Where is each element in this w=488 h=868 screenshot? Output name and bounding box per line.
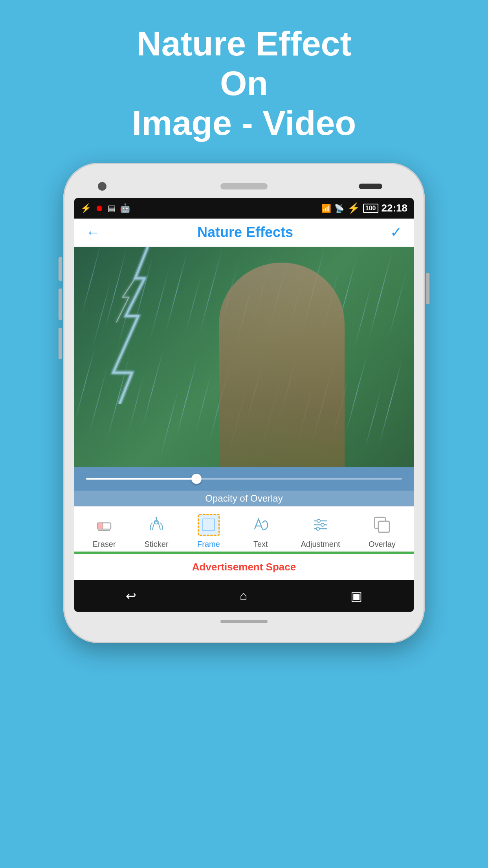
nav-back-button[interactable]: ↩ [126,588,136,603]
adjustment-icon [309,513,332,537]
opacity-label: Opacity of Overlay [74,491,414,506]
text-tool[interactable]: Text [249,513,272,549]
sd-icon: ▤ [108,203,116,213]
header-line1: Nature Effect [136,24,352,63]
status-bar: ⚡ ⏺ ▤ 🤖 📶 📡 ⚡ 100 22:18 [74,198,414,219]
svg-point-10 [321,523,324,526]
phone-body: ⚡ ⏺ ▤ 🤖 📶 📡 ⚡ 100 22:18 ← Nature Effects… [63,163,425,643]
record-icon: ⏺ [95,203,104,213]
person-silhouette [219,263,345,467]
status-right-info: 📶 📡 ⚡ 100 22:18 [321,202,407,214]
phone-mockup: ⚡ ⏺ ▤ 🤖 📶 📡 ⚡ 100 22:18 ← Nature Effects… [63,163,425,643]
svg-rect-14 [378,521,389,532]
battery-level: 100 [363,204,378,213]
text-label: Text [253,540,268,549]
volume-up-button [59,257,62,281]
phone-bottom-detail [74,612,414,631]
back-button[interactable]: ← [86,224,100,241]
eraser-icon [92,513,116,537]
android-icon: 🤖 [120,203,130,213]
text-icon [249,513,272,537]
frame-tool[interactable]: Frame [197,513,220,549]
usb-icon: ⚡ [81,203,91,213]
nav-recents-button[interactable]: ▣ [350,588,362,603]
slider-track[interactable] [86,478,402,480]
slider-fill [86,478,196,480]
adjustment-label: Adjustment [301,540,340,549]
eraser-label: Eraser [93,540,116,549]
slider-thumb[interactable] [191,474,202,484]
status-left-icons: ⚡ ⏺ ▤ 🤖 [81,203,130,213]
svg-point-12 [316,527,319,530]
overlay-tool[interactable]: Overlay [369,513,396,549]
volume-down-button [59,289,62,320]
header-text: Nature Effect On Image - Video [132,24,356,143]
wifi-icon: 📶 [321,204,331,213]
ad-label: Advertisement Space [192,561,296,573]
phone-camera [98,182,106,191]
power-button [426,273,429,304]
header-line2: On [220,64,268,103]
silent-button [59,328,62,359]
svg-point-5 [156,517,157,519]
phone-speaker [220,183,268,189]
eraser-tool[interactable]: Eraser [92,513,116,549]
lightning-effect [94,247,192,404]
opacity-text: Opacity of Overlay [205,493,283,504]
sticker-icon [145,513,168,537]
navigation-bar: ↩ ⌂ ▣ [74,580,414,612]
confirm-button[interactable]: ✓ [390,224,402,241]
charging-icon: ⚡ [347,202,360,214]
frame-inner [202,519,215,531]
sticker-tool[interactable]: Sticker [144,513,168,549]
overlay-label: Overlay [369,540,396,549]
image-preview [74,247,414,467]
frame-icon-box [198,514,220,536]
frame-label: Frame [197,540,220,549]
ad-space: Advertisement Space [74,553,414,580]
sticker-label: Sticker [144,540,168,549]
app-bar: ← Nature Effects ✓ [74,219,414,247]
tool-bar: Eraser Sticker [74,506,414,553]
phone-sensor [359,184,382,189]
home-bar [220,620,268,623]
frame-icon [197,513,220,537]
signal-icon: 📡 [334,204,344,213]
header-line3: Image - Video [132,103,356,142]
clock: 22:18 [382,202,408,214]
nav-home-button[interactable]: ⌂ [240,588,247,603]
app-title: Nature Effects [197,224,293,241]
phone-top-detail [74,175,414,198]
phone-screen: ⚡ ⏺ ▤ 🤖 📶 📡 ⚡ 100 22:18 ← Nature Effects… [74,198,414,612]
opacity-slider-container[interactable] [74,467,414,491]
svg-point-8 [317,519,320,522]
overlay-icon [370,513,394,537]
adjustment-tool[interactable]: Adjustment [301,513,340,549]
svg-rect-1 [97,523,103,529]
